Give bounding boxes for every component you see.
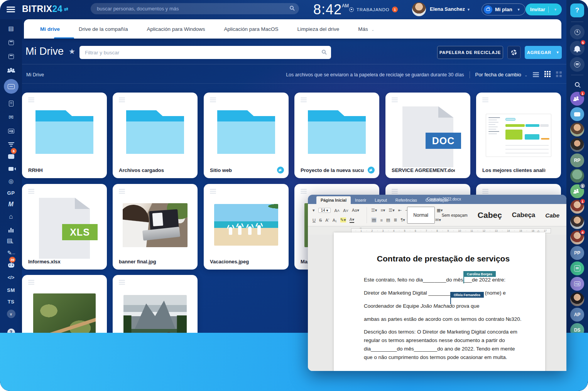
style-heading3[interactable]: Cabe [542, 207, 563, 224]
tile-doc-service-agreement[interactable]: DOC SERVICE AGREEMENT.docx [385, 93, 470, 178]
style-heading2[interactable]: Cabeça [509, 207, 538, 224]
recycle-bin-button[interactable]: PAPELERA DE RECICLAJE [437, 46, 503, 59]
chat-user-avatar[interactable] [570, 215, 584, 229]
paragraph-mark-icon[interactable]: ¶▾ [400, 217, 405, 222]
style-heading1[interactable]: Cabeç [475, 207, 505, 224]
notifications-button[interactable]: 5 [570, 41, 585, 56]
sidebar-item-company[interactable]: ⌂ [0, 211, 22, 223]
sidebar-item-sales-funnel[interactable] [0, 138, 22, 150]
work-status[interactable]: TRABAJANDO 1 [349, 7, 398, 12]
tile-folder-sitio-web[interactable]: Sitio web [204, 93, 289, 178]
sidebar-item-calendar[interactable] [0, 50, 22, 62]
chat-user-avatar[interactable] [570, 138, 584, 152]
tile-image-vacaciones[interactable]: Vacaciones.jpeg [204, 184, 289, 270]
clock[interactable]: 8:42AM [313, 2, 349, 18]
my-plan-button[interactable]: Mi plan▼ [482, 3, 525, 15]
history-button[interactable] [570, 25, 585, 39]
font-size-dropdown[interactable]: 14 ▾ [318, 208, 331, 213]
sidebar-expand[interactable]: ∨ [0, 308, 22, 320]
style-no-spacing[interactable]: Sem espaçam [439, 207, 471, 224]
sidebar-item-copilot[interactable]: 39 [0, 259, 22, 271]
tile-menu-icon[interactable] [482, 98, 488, 103]
sidebar-item-reports[interactable] [0, 223, 22, 235]
hamburger-menu-icon[interactable] [7, 7, 15, 13]
tile-menu-icon[interactable] [301, 189, 307, 195]
help-button[interactable]: ? [570, 3, 584, 17]
app-logo[interactable]: BITRIX24⇄ [22, 4, 68, 14]
sidebar-item-feed[interactable]: ▤ [0, 22, 22, 35]
sidebar-item-gp[interactable]: GP [0, 187, 22, 199]
tab-drive-cleanup[interactable]: Limpieza del drive [297, 26, 340, 32]
tab-more[interactable]: Más ⌄ [358, 26, 374, 32]
change-case-icon[interactable]: Aa▾ [352, 208, 359, 213]
bullet-list-icon[interactable]: ☰▾ [371, 208, 377, 213]
list-view-button[interactable] [533, 71, 539, 78]
indent-marker-right[interactable]: △ [537, 229, 539, 233]
tile-view-button[interactable] [556, 71, 562, 78]
favorite-star-icon[interactable]: ★ [69, 47, 75, 56]
add-button[interactable]: AGREGAR▼ [525, 46, 562, 59]
tile-menu-icon[interactable] [119, 189, 125, 195]
sidebar-item-doc-edit[interactable]: ▤✎ [0, 234, 22, 247]
tile-menu-icon[interactable] [28, 98, 34, 103]
align-right-icon[interactable]: ▤ [386, 217, 390, 222]
tile-menu-icon[interactable] [392, 189, 398, 195]
tab-mi-drive[interactable]: Mi drive [40, 26, 60, 32]
font-color-icon[interactable]: A▾ [350, 217, 355, 223]
chat-group-avatar[interactable]: 1 [570, 92, 584, 106]
grid-view-button[interactable] [544, 71, 551, 78]
tile-menu-icon[interactable] [392, 98, 398, 103]
chat-news-avatar[interactable] [570, 261, 584, 275]
editor-tab-home[interactable]: Página Inicial [316, 196, 351, 204]
chat-user-avatar[interactable] [570, 169, 584, 183]
sidebar-item-ts[interactable]: TS [0, 295, 22, 308]
user-menu[interactable]: Elena Sanchez▼ [430, 6, 470, 12]
align-center-icon[interactable]: ≡ [380, 218, 382, 222]
editor-tab-insert[interactable]: Inserir [351, 196, 370, 204]
tile-menu-icon[interactable] [210, 98, 216, 103]
grow-font-icon[interactable]: A˄ [334, 208, 340, 213]
justify-icon[interactable]: ≣ [394, 217, 397, 222]
tile-menu-icon[interactable] [28, 280, 34, 286]
tile-menu-icon[interactable] [482, 189, 488, 195]
sort-dropdown[interactable]: Por fecha de cambio ⌄ [475, 72, 527, 78]
messenger-button[interactable] [570, 57, 585, 72]
chat-channel-avatar[interactable] [570, 107, 584, 121]
global-search-input[interactable] [91, 3, 299, 14]
sidebar-item-chat[interactable]: 6 [0, 150, 22, 163]
align-left-icon[interactable]: ▤ [371, 217, 377, 222]
tile-folder-proyecto[interactable]: Proyecto de la nueva sucursal [294, 93, 379, 178]
editor-tab-references[interactable]: Referências [391, 196, 421, 204]
sidebar-item-documents[interactable] [0, 97, 22, 110]
settings-button[interactable] [507, 46, 520, 59]
subscript-icon[interactable]: A₁ [333, 218, 337, 222]
chat-user-avatar[interactable]: 1 [570, 200, 584, 214]
tile-folder-archivos[interactable]: Archivos cargados [113, 93, 198, 178]
rail-search-button[interactable] [570, 77, 585, 92]
tab-macos-app[interactable]: Aplicación para MacOS [224, 26, 278, 32]
sidebar-item-drive[interactable] [0, 78, 22, 95]
document-page[interactable]: Contrato de prestação de serviços Este c… [334, 233, 545, 371]
sidebar-item-groups[interactable] [0, 64, 22, 76]
breadcrumb[interactable]: Mi Drive [26, 72, 44, 78]
tab-windows-app[interactable]: Aplicación para Windows [147, 26, 205, 32]
style-normal[interactable]: Normal [407, 207, 435, 224]
tile-folder-rrhh[interactable]: RRHH [22, 93, 107, 178]
chat-user-avatar[interactable] [570, 123, 584, 137]
decrease-indent-icon[interactable]: ⇤ [398, 208, 402, 213]
invite-button[interactable]: Invitar▼ [525, 3, 562, 15]
tile-menu-icon[interactable] [301, 98, 307, 103]
tab-company-drive[interactable]: Drive de la compañía [79, 26, 128, 32]
user-avatar[interactable] [412, 2, 426, 16]
chat-initials-avatar[interactable]: RP [570, 153, 584, 167]
tile-xls-informes[interactable]: XLS Informes.xlsx [22, 184, 107, 270]
tile-menu-icon[interactable] [119, 280, 125, 286]
chat-user-avatar[interactable] [570, 292, 584, 306]
editor-tab-layout[interactable]: Layout [370, 196, 391, 204]
sidebar-item-crm[interactable] [0, 125, 22, 137]
tile-image-analisis[interactable]: Los mejores clientes analisis.png [476, 93, 561, 178]
filter-search-input[interactable] [79, 46, 331, 59]
sidebar-item-goals[interactable]: ◎ [0, 175, 22, 187]
chat-initials-avatar[interactable]: PP [570, 246, 584, 260]
highlight-icon[interactable]: ✎▾ [340, 217, 346, 222]
